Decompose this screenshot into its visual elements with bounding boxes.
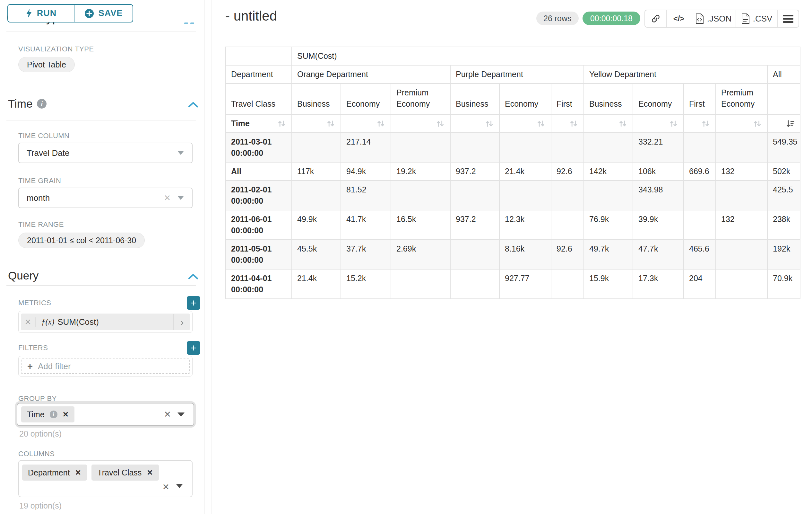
sort-button[interactable] [618, 119, 628, 128]
sort-button[interactable] [753, 119, 762, 128]
department-group-header: Yellow Department [584, 65, 767, 83]
sort-desc-icon [786, 119, 795, 128]
export-csv-button[interactable]: .CSV [735, 10, 777, 27]
caret-down-icon [178, 196, 183, 200]
group-by-select[interactable]: Time i ✕ ✕ [17, 403, 194, 426]
sort-button[interactable] [701, 119, 710, 128]
time-section-header[interactable]: Time i [8, 97, 47, 110]
add-filter-label: Add filter [38, 361, 71, 371]
lightning-icon [25, 9, 32, 18]
remove-metric-icon[interactable]: ✕ [21, 317, 36, 327]
export-csv-label: .CSV [753, 14, 773, 24]
clear-icon[interactable]: ✕ [164, 193, 171, 203]
columns-options-count: 19 option(s) [19, 501, 62, 511]
value-cell: 19.2k [391, 162, 450, 181]
value-cell [391, 133, 450, 162]
sort-button[interactable] [669, 119, 678, 128]
time-range-value[interactable]: 2011-01-01 ≤ col < 2011-06-30 [18, 233, 145, 248]
visualization-type-value[interactable]: Pivot Table [18, 57, 75, 72]
value-cell [499, 181, 551, 210]
value-cell [450, 269, 499, 299]
chevron-up-icon[interactable] [188, 101, 199, 108]
value-cell [716, 240, 767, 269]
embed-code-button[interactable]: </> [666, 10, 691, 27]
value-cell [391, 269, 450, 299]
chart-title[interactable]: - untitled [225, 8, 277, 24]
add-filter-plus-button[interactable]: + [187, 341, 200, 355]
remove-tag-icon[interactable]: ✕ [147, 468, 153, 477]
value-cell: 217.14 [341, 133, 391, 162]
caret-down-icon [176, 484, 183, 488]
value-cell: 92.6 [551, 240, 584, 269]
export-json-button[interactable]: .JSON [691, 10, 735, 27]
travel-class-header [767, 83, 800, 114]
value-cell: 94.9k [341, 162, 391, 181]
metric-label: SUM(Cost) [57, 317, 173, 327]
sort-button[interactable] [536, 119, 546, 128]
sort-both-icon [277, 119, 286, 128]
value-cell: 927.77 [499, 269, 551, 299]
metric-header: SUM(Cost) [292, 47, 800, 65]
value-cell: 343.98 [633, 181, 684, 210]
metric-pill[interactable]: ✕ ƒ(x) SUM(Cost) › [21, 314, 190, 330]
value-cell: 81.52 [341, 181, 391, 210]
value-cell [551, 133, 584, 162]
value-cell [716, 133, 767, 162]
export-json-label: .JSON [707, 14, 732, 24]
run-button[interactable]: RUN [8, 5, 74, 22]
value-cell [551, 269, 584, 299]
value-cell: 17.3k [633, 269, 684, 299]
clear-icon[interactable]: ✕ [162, 482, 170, 492]
sort-button[interactable] [376, 119, 385, 128]
more-options-button[interactable] [777, 10, 799, 27]
clipped-icon [190, 23, 194, 24]
value-cell: 16.5k [391, 210, 450, 240]
sort-button[interactable] [569, 119, 578, 128]
fx-icon: ƒ(x) [41, 317, 54, 326]
remove-tag-icon[interactable]: ✕ [75, 468, 81, 477]
sort-button[interactable] [485, 119, 494, 128]
value-cell: 41.7k [341, 210, 391, 240]
row-header: 2011-04-01 00:00:00 [226, 269, 292, 299]
share-link-button[interactable] [645, 10, 666, 27]
sort-both-icon [669, 119, 678, 128]
chart-area: - untitled 26 rows 00:00:00.18 </> .JSON [211, 0, 812, 514]
caret-down-icon [177, 412, 184, 417]
value-cell [684, 133, 716, 162]
columns-select[interactable]: Department ✕ Travel Class ✕ ✕ [18, 460, 193, 497]
group-by-tag: Time i ✕ [21, 406, 75, 423]
chevron-up-icon[interactable] [188, 273, 199, 280]
add-metric-button[interactable]: + [187, 296, 200, 310]
section-divider [6, 285, 196, 286]
column-sort-header [499, 114, 551, 133]
row-count-badge: 26 rows [536, 11, 579, 25]
sort-button[interactable] [326, 119, 336, 128]
query-section-header[interactable]: Query [8, 269, 38, 282]
value-cell: 937.2 [450, 210, 499, 240]
time-grain-select[interactable]: month ✕ [18, 188, 193, 208]
save-button[interactable]: SAVE [74, 5, 133, 22]
travel-class-header: Economy [341, 83, 391, 114]
value-cell [292, 133, 341, 162]
sort-desc-button[interactable] [786, 119, 795, 128]
value-cell: 12.3k [499, 210, 551, 240]
add-filter-button[interactable]: + Add filter [21, 358, 190, 374]
time-column-select[interactable]: Travel Date [18, 143, 193, 163]
value-cell: 937.2 [450, 162, 499, 181]
sort-button[interactable] [436, 119, 445, 128]
run-button-label: RUN [37, 8, 57, 18]
chart-actions-toolbar: </> .JSON .CSV [644, 10, 799, 28]
remove-tag-icon[interactable]: ✕ [63, 410, 69, 419]
time-label: Time [231, 118, 250, 129]
file-code-icon [696, 13, 704, 24]
travel-class-header: First [684, 83, 716, 114]
sort-button[interactable] [277, 119, 286, 128]
columns-tag: Travel Class ✕ [91, 464, 158, 481]
clear-icon[interactable]: ✕ [164, 409, 171, 420]
sort-both-icon [753, 119, 762, 128]
travel-class-header: Economy [499, 83, 551, 114]
section-divider [6, 120, 196, 120]
value-cell: 142k [584, 162, 633, 181]
save-button-label: SAVE [98, 8, 123, 18]
chevron-right-icon[interactable]: › [173, 314, 190, 330]
